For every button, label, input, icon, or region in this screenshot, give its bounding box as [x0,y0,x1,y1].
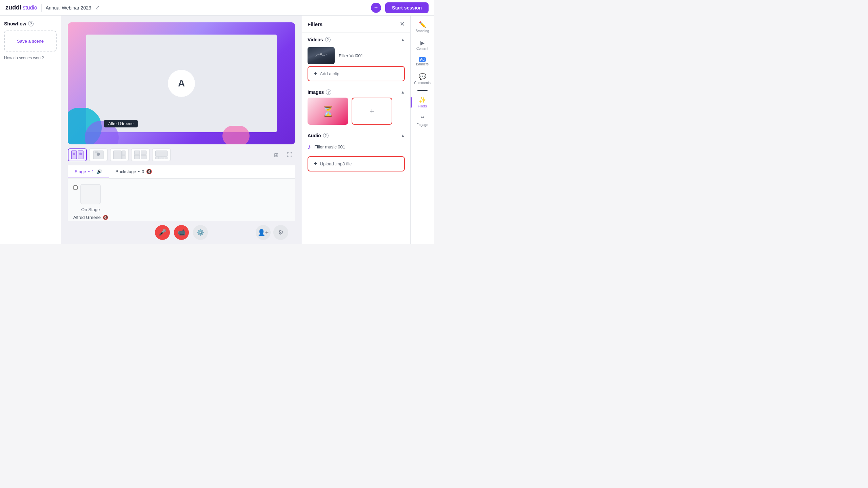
rail-item-comments[interactable]: 💬 Comments [411,70,434,87]
hourglass-icon: ⏳ [322,105,334,117]
fillers-title: Fillers [308,21,322,27]
rail-divider [417,90,428,91]
image-item: ⏳ [308,98,348,125]
stage-tab[interactable]: Stage • 1 🔊 [68,165,109,178]
bottom-right-controls: 👤+ ⚙ [256,225,288,240]
svg-rect-10 [134,151,140,155]
svg-point-1 [73,153,75,155]
rail-item-content[interactable]: ▶ Content [411,37,434,53]
fillers-rail-label: Fillers [418,104,427,108]
main-layout: Showflow ? Save a scene How do scenes wo… [0,16,434,244]
save-scene-link[interactable]: Save a scene [17,39,44,44]
rail-item-engage[interactable]: ❝ Engage [411,112,434,129]
upload-mp3-label: Upload .mp3 file [320,161,352,166]
stage-tabs: Stage • 1 🔊 Backstage • 0 🔇 [68,165,295,179]
audio-help-icon[interactable]: ? [323,133,329,138]
backstage-count: 0 [142,169,144,174]
add-clip-label: Add a clip [320,71,339,76]
videos-section-title: Videos ? [308,37,331,42]
svg-rect-12 [134,155,140,159]
svg-rect-13 [141,155,146,159]
layout-one-person[interactable] [89,148,108,161]
branding-label: Branding [415,29,429,33]
svg-rect-15 [155,157,158,159]
start-session-button[interactable]: Start session [385,2,429,13]
content-label: Content [416,47,428,50]
video-thumbnail [308,47,335,64]
rail-item-banners[interactable]: Ad Banners [411,55,434,69]
layout-options [68,148,171,161]
layout-screen-share[interactable] [110,148,129,161]
logo: zuddl studio [5,4,37,11]
stage-audio-icon[interactable]: 🔊 [96,169,102,174]
stage-content: On Stage Alfred Greene 🔇 [68,179,295,221]
rail-item-branding[interactable]: ✏️ Branding [411,18,434,36]
video-item: Filler Vid001 [308,45,405,66]
content-icon: ▶ [420,40,425,46]
add-image-plus-icon: + [370,106,374,116]
more-settings-button[interactable]: ⚙ [273,225,288,240]
logo-main: zuddl [5,4,21,11]
svg-rect-18 [165,157,167,159]
mute-mic-button[interactable]: 🎤 [155,225,170,240]
images-section-header[interactable]: Images ? ▲ [302,85,410,98]
audio-section-header[interactable]: Audio ? ▲ [302,129,410,141]
pip-button[interactable]: ⊞ [271,149,281,160]
svg-rect-11 [141,151,146,155]
add-clip-plus-icon: + [314,70,317,77]
images-help-icon[interactable]: ? [326,89,331,95]
save-scene-box[interactable]: Save a scene [4,30,57,52]
audio-content: ♪ Filler music 001 + Upload .mp3 file [302,141,410,176]
banners-label: Banners [416,62,429,66]
images-chevron-icon: ▲ [401,90,405,95]
fillers-icon: ✨ [419,96,426,104]
add-clip-button[interactable]: + Add a clip [308,66,405,81]
layout-grid[interactable] [131,148,150,161]
fillers-header: Fillers ✕ [302,16,410,33]
comments-icon: 💬 [419,73,426,80]
engage-label: Engage [416,123,428,127]
images-section-title: Images ? [308,89,331,95]
on-stage-label: On Stage [80,207,101,212]
svg-point-19 [320,53,322,55]
how-scenes-link[interactable]: How do scenes work? [4,56,57,60]
rail-item-fillers[interactable]: ✨ Fillers [411,94,434,111]
stage-select-checkbox[interactable] [73,185,78,190]
backstage-label: Backstage [116,169,136,174]
center-content: A Alfred Greene [61,16,302,244]
images-content: ⏳ + [302,98,410,129]
fillers-panel: Fillers ✕ Videos ? ▲ [302,16,410,244]
header: zuddl studio Annual Webinar 2023 ⤢ + Sta… [0,0,434,16]
layout-video-strip[interactable] [152,148,171,161]
mute-attendee-icon[interactable]: 🔇 [103,215,108,220]
backstage-mute-icon[interactable]: 🔇 [146,169,152,174]
audio-item: ♪ Filler music 001 [308,141,405,153]
share-icon[interactable]: ⤢ [95,4,100,11]
add-button[interactable]: + [371,3,381,13]
music-note-icon: ♪ [308,143,311,151]
videos-section-header[interactable]: Videos ? ▲ [302,33,410,45]
showflow-title: Showflow ? [4,21,57,26]
svg-point-3 [79,153,82,155]
preview-controls: ⊞ ⛶ [271,149,295,160]
videos-chevron-icon: ▲ [401,37,405,42]
add-attendee-button[interactable]: 👤+ [256,225,271,240]
upload-mp3-button[interactable]: + Upload .mp3 file [308,156,405,171]
close-fillers-button[interactable]: ✕ [400,20,405,28]
preview-area: A Alfred Greene [68,22,295,144]
showflow-help-icon[interactable]: ? [28,21,34,26]
engage-icon: ❝ [421,115,424,122]
layout-two-people[interactable] [68,148,87,161]
mute-camera-button[interactable]: 📹 [174,225,189,240]
backstage-tab[interactable]: Backstage • 0 🔇 [109,165,159,178]
settings-button[interactable]: ⚙️ [193,225,208,240]
video-thumb-img [308,47,335,64]
fullscreen-button[interactable]: ⛶ [284,149,295,160]
comments-label: Comments [414,81,430,85]
svg-rect-17 [162,157,164,159]
active-indicator [411,97,412,108]
stage-dot: • [88,169,90,174]
videos-help-icon[interactable]: ? [325,37,331,42]
add-image-button[interactable]: + [352,98,392,125]
header-divider [41,4,42,12]
